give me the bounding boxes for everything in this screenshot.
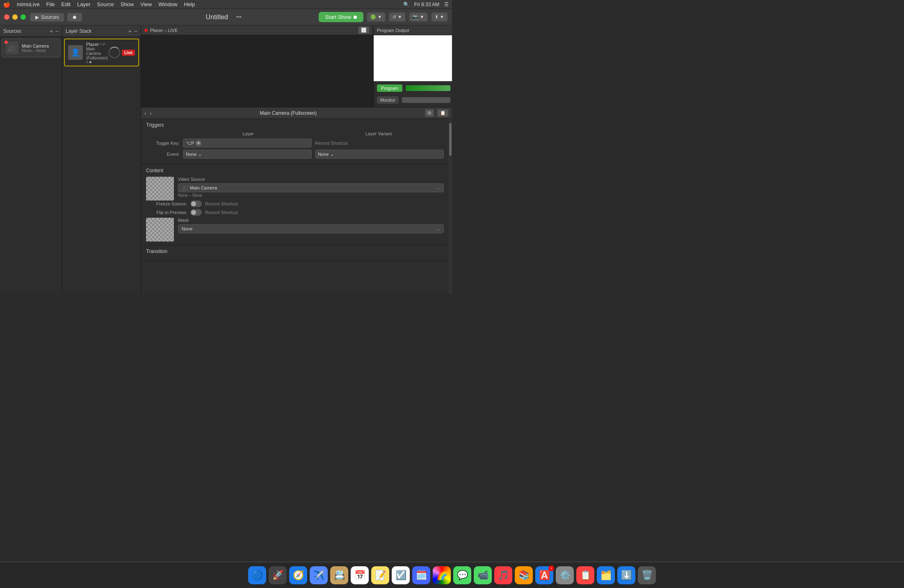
add-layer-button[interactable]: + xyxy=(128,28,132,34)
streaming-button[interactable]: 🟢 ▼ xyxy=(367,12,386,22)
file-menu[interactable]: File xyxy=(46,1,55,7)
remove-layer-button[interactable]: − xyxy=(134,28,137,34)
replay-button[interactable]: ↺ ▼ xyxy=(389,12,406,22)
flip-preview-toggle[interactable] xyxy=(190,209,202,216)
copy-button[interactable]: 📋 xyxy=(437,109,449,117)
program-button[interactable]: Program xyxy=(377,84,402,92)
event-variant-select[interactable]: None ⌄ xyxy=(315,150,444,159)
layer-timer xyxy=(109,47,120,58)
sources-icon: ▶ xyxy=(35,14,39,20)
layer-menu[interactable]: Layer xyxy=(77,1,91,7)
live-badge: Live xyxy=(122,50,135,56)
monitor-button[interactable]: Monitor xyxy=(377,96,399,104)
toggle-key-field[interactable]: ⌥P ✕ xyxy=(183,139,312,148)
freeze-source-label: Freeze Source: xyxy=(146,201,187,206)
start-show-button[interactable]: Start Show xyxy=(319,12,364,22)
traffic-lights xyxy=(4,14,26,20)
source-menu[interactable]: Source xyxy=(97,1,114,7)
video-source-select[interactable]: 🎥 Main Camera ⌄ xyxy=(178,183,444,192)
placer-preview-title: Placer – LIVE xyxy=(150,28,178,33)
layer-thumbnail: 👤 xyxy=(68,45,83,60)
chevron-down-icon2: ⌄ xyxy=(330,152,334,157)
menu-icon: 🔍 xyxy=(403,2,409,7)
remove-source-button[interactable]: − xyxy=(55,28,59,34)
layer-name: Placer xyxy=(86,42,99,47)
duplicate-button[interactable]: ⧉ xyxy=(425,109,434,117)
view-menu[interactable]: View xyxy=(140,1,152,7)
menubar: 🍎 mimoLive File Edit Layer Source Show V… xyxy=(0,0,452,9)
toggle-key: ⌥P xyxy=(99,42,105,46)
main-layout: Sources + − 🎥 Main Camera None – None La… xyxy=(0,25,452,294)
mask-select[interactable]: None ⌄ xyxy=(178,224,444,233)
chevron-down-icon: ⌄ xyxy=(198,152,202,157)
layer-dots xyxy=(86,61,105,63)
source-active-dot xyxy=(5,41,8,44)
sources-panel-button[interactable]: ▶ Sources xyxy=(30,13,64,22)
triggers-title: Triggers xyxy=(146,122,444,128)
nav-row: ‹ › Main Camera (Fullscreen) ⧉ 📋 xyxy=(141,107,452,119)
preview-row: Placer – LIVE ⬜ Program Output Program xyxy=(141,25,452,107)
preview-canvas xyxy=(141,35,373,107)
record-shortcut-variant-button[interactable]: Record Shortcut xyxy=(315,140,347,146)
clear-toggle-key-button[interactable]: ✕ xyxy=(196,140,201,146)
nav-back-button[interactable]: ‹ xyxy=(144,110,146,116)
mask-row: Mask None ⌄ xyxy=(146,218,444,242)
share-button[interactable]: ⬆ ▼ xyxy=(431,12,448,22)
video-source-chevron-icon: ⌄ xyxy=(436,185,440,191)
main-camera-source[interactable]: 🎥 Main Camera None – None xyxy=(2,39,60,57)
layer-col-header: Layer xyxy=(183,131,313,136)
minimize-button[interactable] xyxy=(12,14,18,20)
event-layer-select[interactable]: None ⌄ xyxy=(183,150,312,159)
freeze-source-row: Freeze Source: Record Shortcut xyxy=(146,201,444,207)
document-options-button[interactable]: ••• xyxy=(231,13,247,21)
edit-menu[interactable]: Edit xyxy=(62,1,71,7)
freeze-source-toggle[interactable] xyxy=(190,201,202,207)
show-menu[interactable]: Show xyxy=(121,1,134,7)
triggers-section: Triggers Layer Layer Variant Toggle Key:… xyxy=(141,119,449,164)
mask-preview-thumb xyxy=(146,218,174,242)
detail-area: Placer – LIVE ⬜ Program Output Program xyxy=(141,25,452,294)
placer-layer[interactable]: 👤 Placer ⌥P Main Camera (Fullscreen) Liv… xyxy=(64,39,139,66)
record-button[interactable]: ⏺ xyxy=(67,13,82,22)
layer-stack-panel: Layer Stack + − 👤 Placer ⌥P Main Camera … xyxy=(62,25,141,294)
time-display: Fri 8:33 AM xyxy=(414,2,439,7)
toggle-key-label: Toggle Key: xyxy=(146,141,183,146)
sources-panel: Sources + − 🎥 Main Camera None – None xyxy=(0,25,62,294)
flip-preview-label: Flip in Preview: xyxy=(146,210,187,215)
app-menu[interactable]: mimoLive xyxy=(17,1,40,7)
program-level-bar xyxy=(406,85,450,91)
triggers-headers: Layer Layer Variant xyxy=(146,131,444,136)
live-indicator-dot xyxy=(144,29,148,32)
apple-menu[interactable]: 🍎 xyxy=(3,1,10,8)
mask-label: Mask xyxy=(178,218,444,223)
placer-live-preview: Placer – LIVE ⬜ xyxy=(141,25,373,107)
program-output-panel: Program Output Program Monitor xyxy=(373,25,452,107)
monitor-level-bar xyxy=(402,97,450,103)
program-output-canvas xyxy=(374,35,452,81)
menu-list-icon: ☰ xyxy=(444,2,449,7)
detail-scrollbar[interactable] xyxy=(449,119,452,294)
record-dot-icon xyxy=(354,16,357,19)
preview-expand-button[interactable]: ⬜ xyxy=(358,26,370,34)
program-output-title: Program Output xyxy=(377,28,409,33)
help-menu[interactable]: Help xyxy=(184,1,195,7)
event-row: Event: None ⌄ None ⌄ xyxy=(146,150,444,159)
toggle-key-row: Toggle Key: ⌥P ✕ Record Shortcut xyxy=(146,139,444,148)
layer-sub: Main Camera (Fullscreen) xyxy=(86,47,105,60)
nav-forward-button[interactable]: › xyxy=(150,110,152,116)
detail-scroll-area[interactable]: Triggers Layer Layer Variant Toggle Key:… xyxy=(141,119,452,294)
content-row: Video Source 🎥 Main Camera ⌄ None – None xyxy=(146,177,444,201)
window-menu[interactable]: Window xyxy=(158,1,177,7)
transition-section: Transition xyxy=(141,245,449,261)
maximize-button[interactable] xyxy=(21,14,26,20)
program-output-header: Program Output xyxy=(374,25,452,35)
snapshot-button[interactable]: 📷 ▼ xyxy=(409,12,428,22)
flip-shortcut-button[interactable]: Record Shortcut xyxy=(205,209,237,216)
freeze-shortcut-button[interactable]: Record Shortcut xyxy=(205,201,237,207)
dot1 xyxy=(86,61,88,63)
close-button[interactable] xyxy=(4,14,9,20)
mask-chevron-icon: ⌄ xyxy=(436,226,440,232)
sources-panel-title: Sources xyxy=(3,28,21,34)
flip-preview-row: Flip in Preview: Record Shortcut xyxy=(146,209,444,216)
add-source-button[interactable]: + xyxy=(50,28,53,34)
